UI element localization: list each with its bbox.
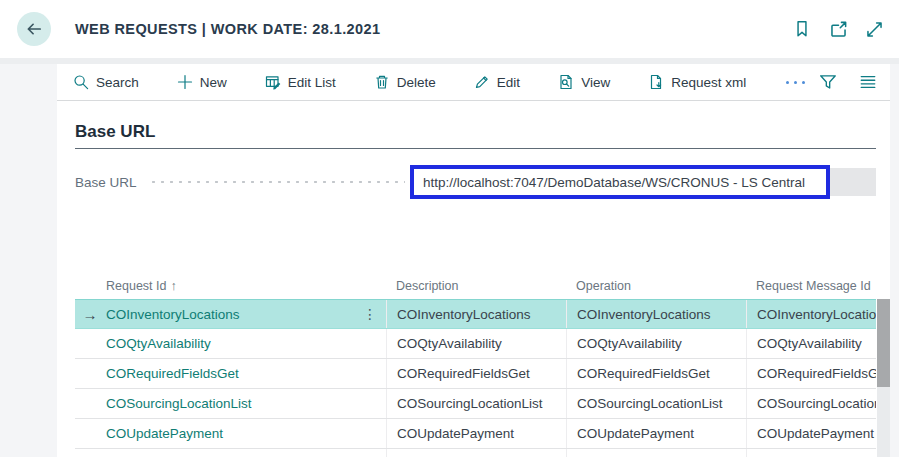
request-id-link[interactable]: COQtyAvailability [106, 336, 211, 351]
base-url-field-row: Base URL [75, 168, 876, 196]
table-row: → CreateNewCardForContact ⋮ CreateNewCar… [75, 449, 876, 457]
scrollbar-thumb[interactable] [877, 299, 890, 387]
more-options-button[interactable] [784, 76, 807, 89]
base-url-field-control [413, 168, 876, 196]
column-header-description[interactable]: Description [386, 279, 566, 293]
column-header-operation[interactable]: Operation [566, 279, 746, 293]
request-id-cell: COInventoryLocations ⋮ [105, 300, 386, 328]
toolbar-actions: Search New Edit List Delete Edit View Re… [57, 64, 890, 101]
table-header-row: Request Id↑ Description Operation Reques… [75, 272, 876, 299]
toolbar-button-new[interactable]: New [177, 74, 227, 90]
operation-cell: CreateNewCardForContact [566, 449, 746, 457]
column-header-request-id[interactable]: Request Id↑ [75, 279, 386, 293]
operation-cell: CORequiredFieldsGet [566, 359, 746, 388]
description-cell: COInventoryLocations [386, 300, 566, 328]
plus-icon [177, 74, 193, 90]
request-id-link[interactable]: COSourcingLocationList [106, 396, 252, 411]
operation-cell: COQtyAvailability [566, 329, 746, 358]
request-message-id-cell: COUpdatePayment [746, 419, 876, 448]
request-id-link[interactable]: COUpdatePayment [106, 426, 223, 441]
description-cell: COUpdatePayment [386, 419, 566, 448]
toolbar-button-view[interactable]: View [558, 74, 610, 90]
table-row: → COQtyAvailability ⋮ COQtyAvailability … [75, 329, 876, 359]
toolbar-button-label: New [200, 75, 227, 90]
request-id-cell: COQtyAvailability ⋮ [105, 329, 386, 358]
row-selector-cell: → [75, 329, 105, 358]
description-cell: COQtyAvailability [386, 329, 566, 358]
row-selector-cell: → [75, 389, 105, 418]
toolbar-button-edit-list[interactable]: Edit List [265, 74, 336, 90]
content-panel: Search New Edit List Delete Edit View Re… [57, 64, 890, 457]
toolbar-button-label: Edit List [288, 75, 336, 90]
request-message-id-cell: CreateNewCardForContact [746, 449, 876, 457]
toolbar-button-label: Edit [497, 75, 520, 90]
row-selector-cell: → [75, 300, 105, 328]
bookmark-icon[interactable] [792, 19, 812, 39]
operation-cell: COUpdatePayment [566, 419, 746, 448]
table-body: → COInventoryLocations ⋮ COInventoryLoca… [75, 299, 876, 457]
doc-arrow-icon [648, 74, 664, 90]
filter-icon[interactable] [818, 72, 838, 92]
toolbar-button-label: Request xml [671, 75, 746, 90]
vertical-scrollbar[interactable] [877, 299, 890, 457]
request-message-id-cell: COQtyAvailability [746, 329, 876, 358]
base-url-field-label: Base URL [75, 175, 137, 190]
table-row: → CORequiredFieldsGet ⋮ CORequiredFields… [75, 359, 876, 389]
dotted-leader [149, 180, 405, 184]
row-selector-cell: → [75, 359, 105, 388]
description-cell: CORequiredFieldsGet [386, 359, 566, 388]
toolbar-button-delete[interactable]: Delete [374, 74, 436, 90]
back-arrow-icon [25, 20, 43, 38]
table-row: → COUpdatePayment ⋮ COUpdatePayment COUp… [75, 419, 876, 449]
description-cell: CreateNewCardForContact [386, 449, 566, 457]
row-selected-arrow-icon: → [83, 306, 98, 323]
toolbar-right-group [818, 72, 878, 92]
view-doc-icon [558, 74, 574, 90]
page-title: WEB REQUESTS | WORK DATE: 28.1.2021 [75, 21, 380, 37]
back-button[interactable] [17, 12, 51, 46]
description-cell: COSourcingLocationList [386, 389, 566, 418]
toolbar-button-search[interactable]: Search [73, 74, 139, 90]
base-url-input[interactable] [410, 165, 830, 199]
row-selector-cell: → [75, 419, 105, 448]
search-icon [73, 74, 89, 90]
toolbar-button-label: View [581, 75, 610, 90]
open-in-new-window-icon[interactable] [828, 19, 848, 39]
toolbar-button-request-xml[interactable]: Request xml [648, 74, 746, 90]
request-id-link[interactable]: CORequiredFieldsGet [106, 366, 239, 381]
trash-icon [374, 74, 390, 90]
request-id-cell: COUpdatePayment ⋮ [105, 419, 386, 448]
toolbar-button-edit[interactable]: Edit [474, 74, 520, 90]
base-url-section: Base URL Base URL Request Id↑ Descriptio… [57, 121, 890, 457]
pencil-icon [474, 74, 490, 90]
row-menu-icon[interactable]: ⋮ [363, 307, 377, 321]
toolbar-button-label: Delete [397, 75, 436, 90]
request-id-cell: CORequiredFieldsGet ⋮ [105, 359, 386, 388]
table-row: → COSourcingLocationList ⋮ COSourcingLoc… [75, 389, 876, 419]
list-menu-icon[interactable] [858, 72, 878, 92]
sort-ascending-indicator: ↑ [170, 279, 176, 293]
request-id-cell: COSourcingLocationList ⋮ [105, 389, 386, 418]
operation-cell: COInventoryLocations [566, 300, 746, 328]
request-message-id-cell: COInventoryLocations [746, 300, 876, 328]
column-header-request-message-id[interactable]: Request Message Id [746, 279, 876, 293]
edit-list-icon [265, 74, 281, 90]
table-row: → COInventoryLocations ⋮ COInventoryLoca… [75, 299, 876, 329]
toolbar-button-label: Search [96, 75, 139, 90]
title-bar: WEB REQUESTS | WORK DATE: 28.1.2021 [0, 0, 899, 58]
request-id-link[interactable]: COInventoryLocations [106, 307, 240, 322]
titlebar-icon-group [792, 19, 884, 39]
operation-cell: COSourcingLocationList [566, 389, 746, 418]
section-heading: Base URL [75, 121, 876, 149]
request-id-cell: CreateNewCardForContact ⋮ [105, 449, 386, 457]
expand-icon[interactable] [864, 19, 884, 39]
request-message-id-cell: CORequiredFieldsGet [746, 359, 876, 388]
request-message-id-cell: COSourcingLocationList [746, 389, 876, 418]
row-selector-cell: → [75, 449, 105, 457]
